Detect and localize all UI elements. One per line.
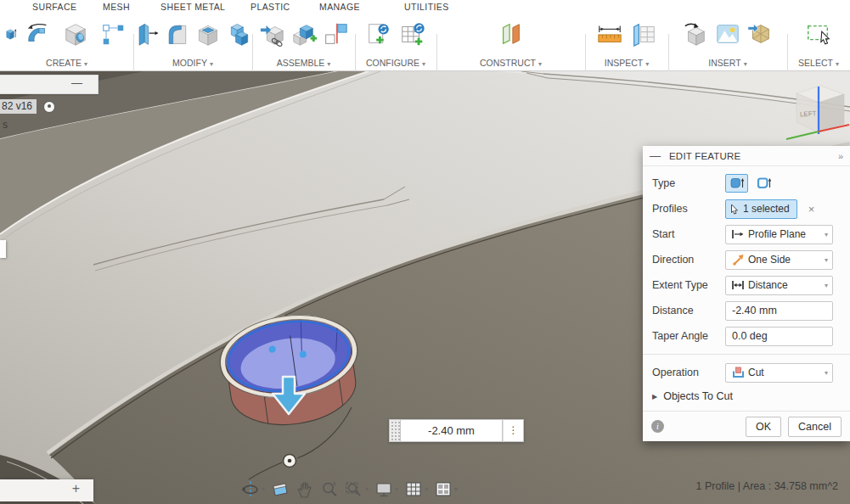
info-icon[interactable]: i bbox=[651, 420, 664, 433]
thin-extrude-type-button[interactable] bbox=[752, 174, 775, 193]
modify-group-label[interactable]: MODIFY▾ bbox=[133, 58, 252, 68]
insert-mesh-icon bbox=[746, 20, 774, 48]
configure-group-label[interactable]: CONFIGURE▾ bbox=[355, 58, 436, 68]
caret-down-icon: ▾ bbox=[825, 282, 828, 289]
viewports-button[interactable]: ▾ bbox=[434, 480, 458, 499]
configuration-button[interactable] bbox=[363, 15, 394, 53]
fit-button[interactable]: ▾ bbox=[345, 480, 369, 499]
create-group-label[interactable]: CREATE▾ bbox=[0, 58, 133, 68]
input-drag-handle[interactable] bbox=[389, 419, 400, 442]
clear-selection-icon[interactable]: × bbox=[808, 203, 815, 216]
tab-mesh[interactable]: MESH bbox=[103, 0, 130, 14]
document-name[interactable]: 82 v16 bbox=[0, 99, 37, 114]
operation-label: Operation bbox=[652, 367, 725, 378]
caret-down-icon: ▾ bbox=[836, 60, 839, 68]
select-button[interactable] bbox=[802, 15, 835, 53]
grid-icon bbox=[404, 480, 423, 499]
offset-plane-icon bbox=[498, 20, 525, 48]
grid-snaps-button[interactable]: ▾ bbox=[404, 480, 428, 499]
extent-type-dropdown[interactable]: Distance ▾ bbox=[725, 276, 833, 295]
fit-icon bbox=[345, 480, 363, 499]
group-inspect: INSPECT▾ bbox=[585, 14, 668, 71]
panel-collapse-icon[interactable]: — bbox=[71, 76, 82, 89]
caret-down-icon: ▾ bbox=[825, 256, 828, 264]
section-analysis-button[interactable] bbox=[628, 15, 659, 53]
svg-text:±: ± bbox=[333, 480, 336, 486]
browser-panel-bar[interactable]: — bbox=[0, 75, 99, 94]
profiles-selected-chip[interactable]: 1 selected bbox=[725, 199, 797, 219]
operation-dropdown[interactable]: Cut ▾ bbox=[725, 363, 833, 383]
caret-down-icon: ▾ bbox=[538, 60, 542, 68]
distance-value-input[interactable]: -2.40 mm bbox=[400, 419, 503, 442]
visibility-radio-icon[interactable] bbox=[43, 101, 55, 113]
dialog-collapse-icon[interactable]: — bbox=[650, 149, 661, 162]
press-pull-button[interactable] bbox=[133, 15, 160, 53]
insert-derive-button[interactable] bbox=[681, 15, 710, 53]
ok-button[interactable]: OK bbox=[746, 417, 781, 437]
dialog-header[interactable]: — EDIT FEATURE » bbox=[643, 146, 850, 166]
measure-button[interactable] bbox=[594, 15, 625, 53]
floating-distance-input: -2.40 mm ⋮ bbox=[389, 419, 524, 442]
fillet-button[interactable] bbox=[165, 15, 191, 53]
new-component-button[interactable] bbox=[258, 15, 287, 53]
display-settings-button[interactable]: ▾ bbox=[374, 480, 398, 499]
direction-dropdown[interactable]: One Side ▾ bbox=[725, 250, 833, 270]
hole-icon bbox=[62, 20, 89, 48]
zoom-button[interactable]: ± bbox=[320, 480, 339, 499]
input-menu-button[interactable]: ⋮ bbox=[503, 419, 524, 442]
distance-input[interactable] bbox=[725, 301, 833, 321]
canvas-button[interactable] bbox=[713, 15, 742, 53]
shell-button[interactable] bbox=[195, 15, 222, 53]
assemble-group-label[interactable]: ASSEMBLE▾ bbox=[252, 58, 355, 68]
extrude-type-button[interactable] bbox=[725, 174, 748, 193]
caret-down-icon: ▾ bbox=[825, 369, 828, 377]
cancel-button[interactable]: Cancel bbox=[788, 417, 842, 437]
browser-document-row[interactable]: 82 v16 bbox=[0, 98, 55, 115]
revolve-button[interactable] bbox=[22, 15, 54, 53]
tab-utilities[interactable]: UTILITIES bbox=[404, 0, 449, 14]
joint-origin-button[interactable] bbox=[321, 15, 350, 53]
tab-manage[interactable]: MANAGE bbox=[319, 0, 360, 14]
construct-group-label[interactable]: CONSTRUCT▾ bbox=[436, 58, 585, 68]
taper-angle-input[interactable] bbox=[725, 327, 833, 346]
pattern-button[interactable] bbox=[97, 15, 129, 53]
viewcube-face-label: LEFT bbox=[800, 109, 817, 118]
orbit-button[interactable]: ▾ bbox=[241, 480, 265, 499]
start-row: Start Profile Plane ▾ bbox=[643, 221, 850, 247]
extrude-button[interactable] bbox=[4, 15, 17, 53]
start-dropdown[interactable]: Profile Plane ▾ bbox=[725, 225, 833, 244]
y-axis bbox=[786, 132, 819, 139]
tab-sheet-metal[interactable]: SHEET METAL bbox=[160, 0, 225, 14]
insert-mesh-button[interactable] bbox=[746, 15, 774, 53]
start-label: Start bbox=[652, 228, 725, 240]
cut-operation-icon bbox=[730, 367, 746, 378]
collapsed-panel-tab[interactable] bbox=[0, 240, 6, 258]
joint-button[interactable] bbox=[290, 15, 318, 53]
offset-plane-button[interactable] bbox=[495, 15, 527, 53]
orbit-icon bbox=[241, 480, 260, 499]
select-group-label[interactable]: SELECT▾ bbox=[787, 58, 850, 68]
viewcube[interactable]: LEFT bbox=[778, 80, 850, 141]
pan-button[interactable] bbox=[296, 480, 314, 499]
browser-item-partial[interactable]: s bbox=[3, 119, 8, 131]
timeline-bar[interactable]: + bbox=[0, 479, 93, 501]
group-insert: INSERT▾ bbox=[668, 14, 787, 71]
objects-to-cut-row[interactable]: ▶ Objects To Cut bbox=[643, 385, 850, 407]
inspect-group-label[interactable]: INSPECT▾ bbox=[585, 58, 668, 68]
fillet-icon bbox=[165, 20, 190, 48]
timeline-add-icon[interactable]: + bbox=[72, 481, 80, 496]
configuration-table-button[interactable] bbox=[397, 15, 428, 53]
insert-group-label[interactable]: INSERT▾ bbox=[668, 58, 787, 68]
look-at-button[interactable] bbox=[271, 480, 290, 499]
dialog-footer: i OK Cancel bbox=[643, 411, 850, 441]
tab-surface[interactable]: SURFACE bbox=[32, 0, 76, 14]
dialog-expand-icon[interactable]: » bbox=[838, 151, 843, 161]
caret-down-icon: ▾ bbox=[744, 60, 747, 68]
main-toolbar: CREATE▾ bbox=[0, 14, 850, 71]
caret-down-icon: ▾ bbox=[262, 485, 265, 493]
combine-button[interactable] bbox=[227, 15, 253, 53]
group-create: CREATE▾ bbox=[0, 14, 133, 71]
tab-plastic[interactable]: PLASTIC bbox=[250, 0, 290, 14]
hole-button[interactable] bbox=[59, 15, 92, 53]
taper-angle-label: Taper Angle bbox=[652, 330, 725, 342]
